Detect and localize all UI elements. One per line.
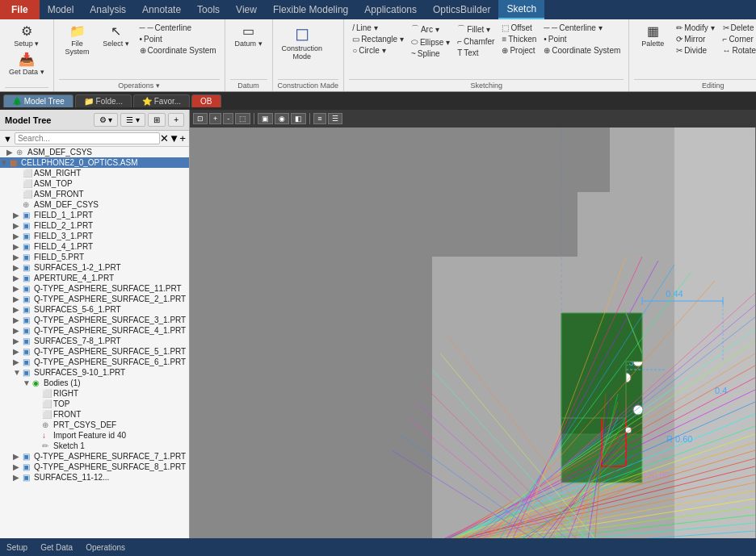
tools-menu[interactable]: Tools bbox=[189, 0, 228, 19]
circle-btn[interactable]: ○ Circle ▾ bbox=[349, 45, 407, 56]
spline-btn[interactable]: ~ Spline bbox=[408, 48, 453, 59]
construction-mode-btn[interactable]: ◻ ConstructionMode bbox=[278, 23, 327, 63]
centerline2-btn[interactable]: ─ ─ Centerline ▾ bbox=[540, 23, 624, 33]
tree-item[interactable]: ▶ ▣ FIELD_1_1.PRT bbox=[0, 210, 189, 220]
delete-segment-btn[interactable]: ✂ Delete Segment bbox=[720, 23, 756, 33]
folders-tab[interactable]: 📁 Folde... bbox=[75, 94, 132, 107]
tree-item[interactable]: ▶ ▣ Q-TYPE_ASPHERE_SURFACE_3_1.PRT bbox=[0, 315, 189, 325]
tree-item[interactable]: ▶ ▣ Q-TYPE_ASPHERE_SURFACE_11.PRT bbox=[0, 283, 189, 294]
tree-item[interactable]: ↓ Import Feature id 40 bbox=[0, 430, 189, 441]
tree-item[interactable]: ▼ ▣ SURFACES_9-10_1.PRT bbox=[0, 367, 189, 378]
line-btn[interactable]: / Line ▾ bbox=[349, 23, 407, 33]
tree-item[interactable]: ▶ ▣ FIELD_2_1.PRT bbox=[0, 220, 189, 231]
mirror-btn[interactable]: ⟳ Mirror bbox=[673, 34, 717, 44]
zoom-fit-btn[interactable]: ⊡ bbox=[193, 113, 208, 124]
display-btn[interactable]: ◧ bbox=[291, 113, 306, 124]
tree-add-btn[interactable]: + bbox=[168, 113, 184, 127]
tree-item[interactable]: ⬜ FRONT bbox=[0, 409, 189, 420]
thicken-btn[interactable]: ≡ Thicken bbox=[498, 34, 540, 44]
ob-tab[interactable]: OB bbox=[191, 94, 220, 107]
tree-item[interactable]: ▶ ⊕ ASM_DEF_CSYS bbox=[0, 147, 189, 157]
tree-item[interactable]: ▶ ▣ FIELD_4_1.PRT bbox=[0, 241, 189, 252]
tree-item[interactable]: ▶ ▣ FIELD_5.PRT bbox=[0, 252, 189, 262]
tree-item[interactable]: ▶ ▣ FIELD_3_1.PRT bbox=[0, 231, 189, 241]
centerline-label: Centerline bbox=[154, 23, 191, 32]
divide-btn[interactable]: ✂ Divide bbox=[673, 45, 717, 56]
palette-btn[interactable]: ▦ Palette bbox=[634, 23, 671, 50]
search-input[interactable] bbox=[15, 132, 160, 144]
ellipse-btn[interactable]: ⬭ Ellipse ▾ bbox=[408, 36, 453, 48]
offset-btn[interactable]: ⬚ Offset bbox=[498, 23, 540, 33]
applications-menu[interactable]: Applications bbox=[356, 0, 425, 19]
dim-044: 0.44 bbox=[666, 289, 682, 299]
viewport[interactable]: ⊡ + - ⬚ ▣ ◉ ◧ ≡ ☰ bbox=[190, 110, 756, 538]
tree-view-btn[interactable]: ☰ ▾ bbox=[120, 113, 145, 127]
project-btn[interactable]: ⊕ Project bbox=[498, 45, 540, 56]
tree-item[interactable]: ⊕ PRT_CSYS_DEF bbox=[0, 420, 189, 430]
search-down-btn[interactable]: ▼ bbox=[169, 132, 179, 144]
arc-btn[interactable]: ⌒ Arc ▾ bbox=[408, 23, 453, 36]
tree-item[interactable]: ▶ ▣ Q-TYPE_ASPHERE_SURFACE_2_1.PRT bbox=[0, 294, 189, 304]
favorites-tab[interactable]: ⭐ Favor... bbox=[133, 94, 190, 107]
tree-item[interactable]: ⬜ ASM_FRONT bbox=[0, 189, 189, 199]
tree-settings-btn[interactable]: ⚙ ▾ bbox=[94, 113, 119, 127]
tree-item[interactable]: ⬜ RIGHT bbox=[0, 388, 189, 399]
file-menu[interactable]: File bbox=[0, 0, 40, 19]
annotate-menu[interactable]: Annotate bbox=[134, 0, 189, 19]
get-data-btn[interactable]: 📥 Get Data ▾ bbox=[5, 51, 48, 77]
rotate-resize-btn[interactable]: ↔ Rotate Resize bbox=[720, 45, 756, 56]
model-tree-tab[interactable]: 🌲 Model Tree bbox=[3, 94, 74, 107]
opticsbuilder-menu[interactable]: OpticsBuilder bbox=[425, 0, 498, 19]
coord-sys-btn[interactable]: ⊕ Coordinate System bbox=[136, 45, 220, 56]
tree-item[interactable]: ▶ ▣ Q-TYPE_ASPHERE_SURFACE_6_1.PRT bbox=[0, 357, 189, 367]
fillet-btn[interactable]: ⌒ Fillet ▾ bbox=[454, 23, 498, 36]
setup-btn[interactable]: ⚙ Setup ▾ bbox=[5, 23, 48, 50]
file-system-btn[interactable]: 📁 FileSystem bbox=[59, 23, 96, 58]
model-menu[interactable]: Model bbox=[40, 0, 82, 19]
coord-sys2-btn[interactable]: ⊕ Coordinate System bbox=[540, 45, 624, 56]
modify-btn[interactable]: ✏ Modify ▾ bbox=[673, 23, 717, 33]
annotation-btn[interactable]: ☰ bbox=[328, 113, 342, 124]
tree-col-btn[interactable]: ⊞ bbox=[148, 113, 166, 127]
flexible-modeling-menu[interactable]: Flexible Modeling bbox=[265, 0, 356, 19]
tree-item[interactable]: ▶ ▣ Q-TYPE_ASPHERE_SURFACE_7_1.PRT bbox=[0, 451, 189, 462]
tree-item[interactable]: ▶ ▣ Q-TYPE_ASPHERE_SURFACE_8_1.PRT bbox=[0, 462, 189, 472]
analysis-menu[interactable]: Analysis bbox=[82, 0, 134, 19]
search-clear-btn[interactable]: ✕ bbox=[160, 132, 169, 144]
corner-btn[interactable]: ⌐ Corner bbox=[720, 34, 756, 44]
tree-item[interactable]: ▶ ▣ SURFACES_1-2_1.PRT bbox=[0, 262, 189, 273]
chamfer-btn[interactable]: ⌐ Chamfer bbox=[454, 36, 498, 47]
tree-item[interactable]: ▶ ▣ Q-TYPE_ASPHERE_SURFACE_4_1.PRT bbox=[0, 325, 189, 336]
view-btn[interactable]: ▣ bbox=[258, 113, 273, 124]
tree-item[interactable]: ▼ ▦ CELLPHONE2_0_OPTICS.ASM bbox=[0, 157, 189, 168]
tree-item[interactable]: ▶ ▣ Q-TYPE_ASPHERE_SURFACE_5_1.PRT bbox=[0, 346, 189, 357]
tree-item[interactable]: ⊕ ASM_DEF_CSYS bbox=[0, 199, 189, 210]
tree-item[interactable]: ⬜ ASM_TOP bbox=[0, 178, 189, 189]
tree-item[interactable]: ⬜ ASM_RIGHT bbox=[0, 168, 189, 178]
point-btn[interactable]: • Point bbox=[136, 34, 220, 44]
section-btn[interactable]: ≡ bbox=[313, 113, 326, 124]
zoom-out-btn[interactable]: - bbox=[223, 113, 233, 124]
select-icon: ↖ bbox=[111, 25, 121, 38]
expand-arrow: ▶ bbox=[13, 473, 23, 482]
tree-item[interactable]: ▼ ◉ Bodies (1) bbox=[0, 378, 189, 388]
sketch-menu[interactable]: Sketch bbox=[498, 0, 544, 19]
tree-item[interactable]: ⬜ TOP bbox=[0, 399, 189, 409]
tree-item[interactable]: ▶ ▣ APERTURE_4_1.PRT bbox=[0, 273, 189, 283]
tree-item[interactable]: ▶ ▣ SURFACES_11-12... bbox=[0, 472, 189, 483]
tree-item[interactable]: ✏ Sketch 1 bbox=[0, 441, 189, 451]
rectangle-btn[interactable]: ▭ Rectangle ▾ bbox=[349, 34, 407, 44]
point2-btn[interactable]: • Point bbox=[540, 34, 624, 44]
centerline-btn[interactable]: ─ ─ Centerline bbox=[136, 23, 220, 33]
tree-add2-btn[interactable]: + bbox=[179, 132, 186, 144]
tree-item[interactable]: ▶ ▣ SURFACES_5-6_1.PRT bbox=[0, 304, 189, 315]
text-btn[interactable]: T Text bbox=[454, 48, 498, 58]
select-btn[interactable]: ↖ Select ▾ bbox=[98, 23, 135, 50]
view-menu[interactable]: View bbox=[228, 0, 265, 19]
datum-btn[interactable]: ▭ Datum ▾ bbox=[230, 23, 267, 50]
zoom-in-btn[interactable]: + bbox=[209, 113, 221, 124]
orient-btn[interactable]: ◉ bbox=[275, 113, 289, 124]
zoom-area-btn[interactable]: ⬚ bbox=[235, 113, 250, 124]
tree-item[interactable]: ▶ ▣ SURFACES_7-8_1.PRT bbox=[0, 336, 189, 346]
item-label: ASM_DEF_CSYS bbox=[27, 148, 92, 157]
